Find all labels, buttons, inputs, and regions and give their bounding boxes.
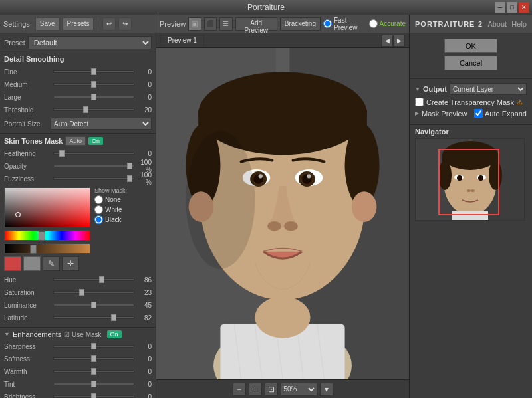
hue-thumb[interactable] [39, 231, 45, 241]
mask-black-radio[interactable] [94, 215, 103, 224]
about-button[interactable]: About [487, 20, 507, 28]
center-panel: Preview ▣ ⬛ ☰ Add Preview Bracketing Fas… [156, 15, 409, 398]
save-button[interactable]: Save [35, 17, 60, 31]
preview-label: Preview [160, 20, 186, 28]
saturation-thumb[interactable] [79, 289, 84, 296]
brightness-thumb[interactable] [91, 393, 96, 398]
left-panel-scroll[interactable]: Detail Smoothing Fine 0 Medium 0 [0, 52, 156, 398]
fine-thumb[interactable] [91, 68, 96, 75]
window-controls: ─ □ ✕ [495, 2, 529, 13]
fast-preview-radio[interactable] [323, 19, 332, 28]
toolbar-separator [98, 17, 98, 31]
enhancements-on-badge: On [107, 330, 122, 338]
portrait-size-row: Portrait Size Auto Detect [4, 117, 152, 130]
large-thumb[interactable] [91, 94, 96, 100]
mask-preview-triangle-icon[interactable]: ▶ [415, 110, 419, 116]
hue-thumb-main[interactable] [99, 276, 104, 283]
softness-track[interactable] [53, 357, 134, 360]
maximize-button[interactable]: □ [507, 2, 517, 13]
mask-white-row[interactable]: White [94, 205, 127, 214]
split-v-view-button[interactable]: ⬛ [204, 17, 217, 31]
minimize-button[interactable]: ─ [495, 2, 505, 13]
feathering-thumb[interactable] [59, 150, 65, 157]
zoom-dropdown-button[interactable]: ▾ [320, 383, 333, 396]
opacity-thumb[interactable] [127, 163, 132, 169]
sharpness-track[interactable] [53, 345, 134, 348]
softness-thumb[interactable] [91, 355, 96, 362]
swatch-thumb2[interactable] [30, 245, 37, 254]
fuzziness-thumb[interactable] [127, 175, 132, 182]
warmth-track[interactable] [53, 370, 134, 373]
mask-black-row[interactable]: Black [94, 215, 127, 224]
fine-track[interactable] [53, 70, 134, 73]
latitude-track[interactable] [53, 316, 134, 319]
skin-tones-auto-button[interactable]: Auto [65, 136, 86, 146]
medium-track[interactable] [53, 83, 134, 86]
zoom-out-button[interactable]: − [233, 383, 246, 396]
mask-white-radio[interactable] [94, 205, 103, 214]
mask-none-radio[interactable] [94, 195, 103, 204]
color-crosshair[interactable] [15, 212, 21, 217]
fast-preview-radio-label[interactable]: Fast Preview [323, 17, 366, 31]
add-preview-button[interactable]: Add Preview [235, 17, 277, 31]
bracketing-button[interactable]: Bracketing [280, 17, 321, 31]
opacity-track[interactable] [53, 165, 134, 167]
accurate-radio[interactable] [369, 19, 378, 28]
hue-track[interactable] [53, 278, 134, 281]
brightness-track[interactable] [53, 395, 134, 398]
zoom-in-button[interactable]: + [249, 383, 262, 396]
single-view-button[interactable]: ▣ [188, 17, 201, 31]
fuzziness-slider-row: Fuzziness 100 % [4, 173, 152, 185]
next-preview-button[interactable]: ▶ [393, 35, 405, 47]
color-gradient[interactable] [4, 187, 90, 227]
color-swatch-secondary[interactable] [23, 256, 41, 271]
app-title: Portraiture [247, 3, 285, 12]
color-hue-bar[interactable] [4, 230, 90, 241]
undo-button[interactable]: ↩ [102, 17, 116, 31]
large-track[interactable] [53, 96, 134, 98]
warmth-thumb[interactable] [91, 368, 96, 375]
portrait-size-select[interactable]: Auto Detect [51, 118, 152, 130]
auto-expand-checkbox[interactable] [474, 109, 483, 118]
preview-tab-1[interactable]: Preview 1 [160, 35, 204, 46]
preset-select[interactable]: Default [28, 36, 152, 49]
mask-none-row[interactable]: None [94, 195, 127, 204]
opacity-slider-row: Opacity 100 % [4, 160, 152, 172]
threshold-track[interactable] [53, 108, 134, 111]
tint-thumb[interactable] [91, 381, 96, 387]
fuzziness-track[interactable] [53, 177, 134, 180]
eyedropper-button[interactable]: ✎ [43, 256, 60, 271]
help-button[interactable]: Help [511, 20, 527, 28]
close-button[interactable]: ✕ [519, 2, 529, 13]
luminance-track[interactable] [53, 304, 134, 306]
color-swatch-primary[interactable] [4, 256, 21, 271]
zoom-fit-button[interactable]: ⊡ [265, 383, 278, 396]
threshold-value: 20 [137, 106, 152, 114]
prev-preview-button[interactable]: ◀ [381, 35, 393, 47]
zoom-select[interactable]: 50% 25% 75% 100% [281, 383, 317, 396]
feathering-track[interactable] [53, 152, 134, 155]
luminance-thumb[interactable] [91, 302, 96, 308]
ok-button[interactable]: OK [444, 39, 497, 53]
saturation-track[interactable] [53, 291, 134, 294]
preview-image [156, 48, 409, 379]
large-label: Large [4, 94, 51, 101]
sharpness-thumb[interactable] [91, 343, 96, 349]
navigator-thumbnail[interactable] [415, 138, 525, 221]
redo-button[interactable]: ↪ [118, 17, 132, 31]
accurate-radio-label[interactable]: Accurate [369, 19, 406, 28]
split-h-view-button[interactable]: ☰ [219, 17, 233, 31]
enhancements-collapse-button[interactable]: ▼ [4, 331, 10, 338]
eyedropper-add-button[interactable]: ✛ [62, 256, 79, 271]
cancel-button[interactable]: Cancel [444, 56, 497, 70]
threshold-thumb[interactable] [83, 106, 88, 113]
color-swatch-bar2[interactable] [4, 243, 90, 254]
latitude-label: Latitude [4, 314, 51, 322]
transparency-checkbox[interactable] [415, 98, 424, 106]
luminance-value: 45 [137, 302, 152, 309]
latitude-thumb[interactable] [111, 314, 116, 321]
output-select[interactable]: Current Layer New Layer [450, 83, 527, 95]
tint-track[interactable] [53, 383, 134, 385]
medium-thumb[interactable] [91, 81, 96, 88]
presets-button[interactable]: Presets [63, 17, 94, 31]
